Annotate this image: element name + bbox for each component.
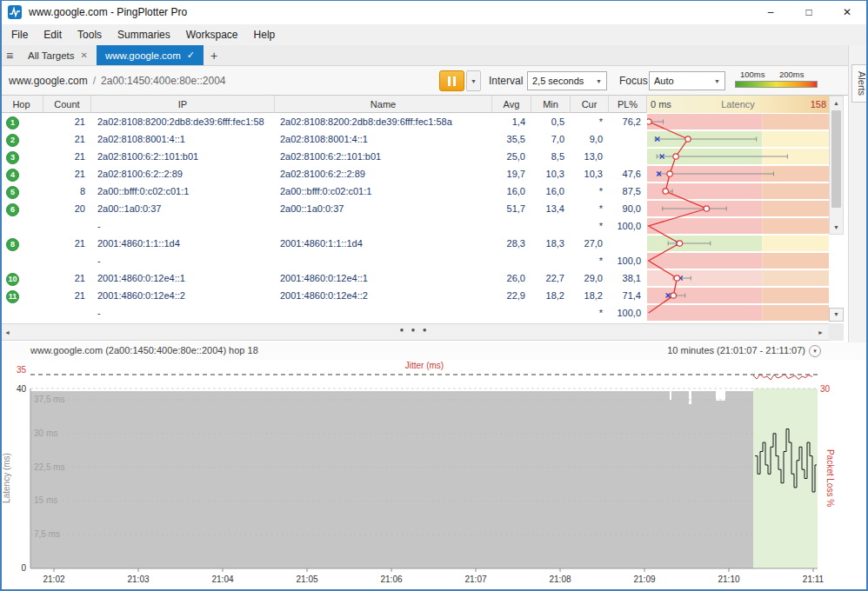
header-count[interactable]: Count — [43, 96, 91, 113]
ip-cell: - — [91, 252, 275, 269]
tab-www-google-com[interactable]: www.google.com ✓ — [97, 45, 204, 65]
timeframe-dropdown-icon[interactable]: ▾ — [809, 345, 821, 357]
x-tick-label: 21:07 — [464, 574, 486, 584]
hop-cell: 2 — [0, 130, 43, 148]
menu-item-edit[interactable]: Edit — [36, 24, 70, 45]
gridline-label: 15 ms — [34, 495, 57, 505]
header-min[interactable]: Min — [531, 96, 571, 113]
header-hop[interactable]: Hop — [0, 96, 43, 113]
cur-cell: * — [571, 183, 609, 200]
focus-select[interactable]: Auto ▼ — [649, 71, 725, 90]
x-tick-label: 21:08 — [549, 574, 571, 584]
hop-cell: 11 — [0, 287, 43, 304]
ip-cell: 2001:4860:1:1::1d4 — [91, 235, 275, 252]
header-pl[interactable]: PL% — [609, 96, 647, 113]
menu-item-file[interactable]: File — [3, 24, 36, 45]
avg-cell — [492, 252, 531, 269]
hop-cell: 3 — [0, 148, 43, 165]
header-name[interactable]: Name — [275, 96, 492, 113]
table-row-hop-2[interactable]: 2212a02:8108:8001:4::12a02:8108:8001:4::… — [0, 130, 829, 148]
pause-button[interactable] — [439, 70, 464, 91]
scroll-down-icon[interactable]: ▼ — [830, 221, 843, 234]
table-row-hop-10[interactable]: 10212001:4860:0:12e4::12001:4860:0:12e4:… — [0, 269, 829, 287]
avg-cell — [492, 304, 531, 322]
timeline-graph[interactable]: 37,5 ms30 ms22,5 ms15 ms7,5 msJitter (ms… — [0, 360, 868, 589]
pane-splitter[interactable]: ◄ ● ● ● ► — [0, 323, 829, 341]
hop-cell: 6 — [0, 200, 43, 217]
timeline-range-label: 10 minutes (21:01:07 - 21:11:07) — [667, 345, 805, 355]
table-row-hop-1[interactable]: 1212a02:8108:8200:2db8:de39:6fff:fec1:58… — [0, 113, 829, 130]
menu-item-workspace[interactable]: Workspace — [178, 24, 246, 45]
tab-all-targets[interactable]: All Targets ✕ — [19, 45, 97, 65]
pl-cell: 47,6 — [609, 165, 647, 183]
hop-badge: 5 — [6, 186, 19, 199]
latency-min-label: 0 ms — [651, 99, 671, 110]
menu-item-help[interactable]: Help — [246, 24, 284, 45]
table-row-hop-3[interactable]: 3212a02:8100:6:2::101:b012a02:8100:6:2::… — [0, 148, 829, 165]
scroll-up-icon[interactable]: ▲ — [830, 96, 843, 110]
min-cell: 10,3 — [531, 165, 571, 183]
menu-item-tools[interactable]: Tools — [70, 24, 110, 45]
hamburger-icon[interactable]: ≡ — [0, 45, 19, 65]
latency-scale-legend: 100ms 200ms — [735, 70, 818, 88]
gridline-label: 7,5 ms — [34, 529, 60, 539]
cur-cell: * — [571, 252, 609, 269]
table-row-hop-11[interactable]: 11212001:4860:0:12e4::22001:4860:0:12e4:… — [0, 287, 829, 304]
table-row-hop-5[interactable]: 582a00::bfff:0:c02:c01:12a00::bfff:0:c02… — [0, 183, 829, 200]
alerts-tab[interactable]: Alerts — [851, 64, 868, 103]
x-tick-label: 21:06 — [380, 574, 402, 584]
header-ip[interactable]: IP — [91, 96, 275, 113]
maximize-button[interactable]: □ — [790, 0, 828, 24]
header-latency[interactable]: 0 ms Latency 158 — [647, 96, 829, 113]
window-controls: – □ ✕ — [751, 0, 866, 24]
table-row-hop-lost[interactable]: -*100,0 — [0, 252, 829, 269]
scrollbar-thumb[interactable] — [831, 110, 841, 208]
window-title: www.google.com - PingPlotter Pro — [29, 6, 187, 18]
pl-cell: 100,0 — [609, 304, 647, 322]
new-tab-button[interactable]: + — [204, 45, 224, 65]
trace-table: 1212a02:8108:8200:2db8:de39:6fff:fec1:58… — [0, 113, 829, 322]
min-cell: 0,5 — [531, 113, 571, 130]
hop-badge: 11 — [6, 290, 19, 303]
tab-bar: ≡ All Targets ✕ www.google.com ✓ + — [0, 45, 868, 66]
ip-cell: 2a02:8100:6:2::2:89 — [91, 165, 275, 183]
ip-cell: 2001:4860:0:12e4::2 — [91, 287, 275, 304]
ip-cell: 2a00::1a0:0:37 — [91, 200, 275, 217]
menu-item-summaries[interactable]: Summaries — [110, 24, 178, 45]
target-summary: www.google.com / 2a00:1450:400e:80e::200… — [9, 66, 226, 96]
pause-dropdown-button[interactable]: ▼ — [466, 70, 481, 91]
target-toolbar: www.google.com / 2a00:1450:400e:80e::200… — [0, 66, 868, 96]
scrollbar-corner — [829, 323, 844, 341]
table-row-hop-4[interactable]: 4212a02:8100:6:2::2:892a02:8100:6:2::2:8… — [0, 165, 829, 183]
header-avg[interactable]: Avg — [492, 96, 531, 113]
hop-cell: 4 — [0, 165, 43, 183]
table-row-hop-lost[interactable]: -*100,0 — [0, 304, 829, 322]
ip-cell: 2a02:8100:6:2::101:b01 — [91, 148, 275, 165]
min-cell: 13,4 — [531, 200, 571, 217]
interval-select[interactable]: 2,5 seconds ▼ — [527, 71, 607, 90]
table-row-hop-lost[interactable]: -*100,0 — [0, 217, 829, 235]
count-cell: 21 — [43, 148, 91, 165]
minimize-button[interactable]: – — [751, 0, 790, 24]
target-separator: / — [93, 75, 96, 87]
right-axis-label: Packet Loss % — [825, 449, 835, 507]
hop-cell: 5 — [0, 183, 43, 200]
x-tick-label: 21:03 — [127, 574, 149, 584]
scroll-right-icon[interactable]: ► — [814, 326, 827, 339]
splitter-handle[interactable]: ● ● ● — [0, 326, 829, 334]
row-dropdown-button[interactable]: ▼ — [829, 308, 844, 322]
close-tab-icon[interactable]: ✕ — [80, 50, 87, 60]
table-row-hop-6[interactable]: 6202a00::1a0:0:372a00::1a0:0:3751,713,4*… — [0, 200, 829, 217]
close-button[interactable]: ✕ — [828, 0, 866, 24]
hop-badge: 2 — [6, 134, 19, 147]
tab-all-targets-label: All Targets — [28, 50, 74, 61]
hop-badge: 1 — [6, 116, 19, 129]
hop-cell — [0, 217, 43, 235]
ip-cell: - — [91, 304, 275, 322]
table-row-hop-8[interactable]: 8212001:4860:1:1::1d42001:4860:1:1::1d42… — [0, 235, 829, 252]
avg-cell: 16,0 — [492, 183, 531, 200]
table-vertical-scrollbar[interactable]: ▲ ▼ — [829, 96, 844, 235]
header-cur[interactable]: Cur — [571, 96, 609, 113]
hop-cell: 1 — [0, 113, 43, 130]
pl-cell: 71,4 — [609, 287, 647, 304]
